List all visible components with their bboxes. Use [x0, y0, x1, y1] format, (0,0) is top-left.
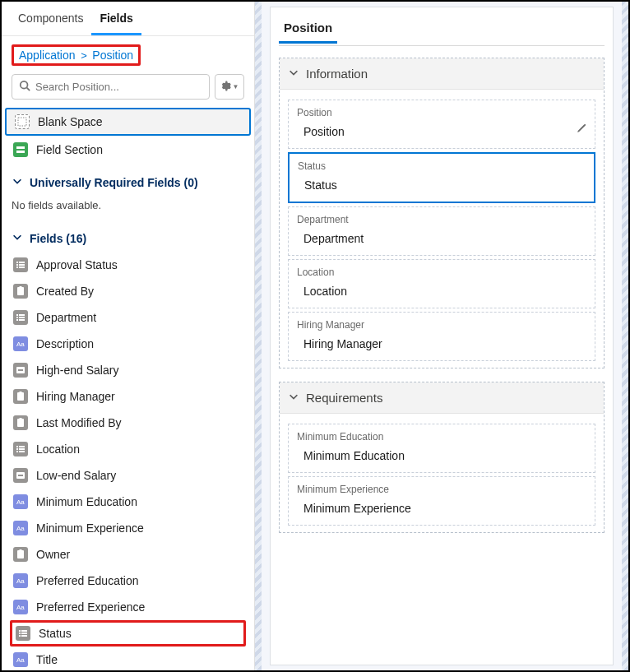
field-item-hiring-manager[interactable]: Hiring Manager	[2, 383, 254, 410]
section-fields[interactable]: Fields (16)	[2, 220, 254, 252]
svg-text:Aa: Aa	[16, 525, 25, 532]
chevron-down-icon: ▼	[233, 83, 239, 90]
settings-button[interactable]: ▼	[215, 74, 244, 100]
field-item-location[interactable]: Location	[2, 436, 254, 462]
search-input[interactable]	[35, 81, 202, 93]
svg-rect-17	[16, 319, 18, 321]
field-item-label: Created By	[36, 285, 94, 298]
svg-rect-43	[21, 633, 27, 634]
svg-rect-25	[20, 418, 22, 419]
field-label: Location	[297, 266, 586, 278]
palette-blank-space[interactable]: Blank Space	[5, 108, 251, 136]
svg-rect-33	[18, 475, 23, 476]
svg-rect-30	[16, 451, 18, 452]
object-tab[interactable]: Position	[279, 12, 337, 44]
field-item-preferred-experience[interactable]: AaPreferred Experience	[2, 594, 254, 620]
currency-field-icon	[13, 468, 28, 483]
field-item-label: Title	[36, 653, 58, 666]
field-value: Status	[298, 178, 586, 192]
layout-canvas[interactable]: Position InformationPositionPositionStat…	[270, 7, 614, 665]
chevron-down-icon	[12, 231, 23, 245]
svg-point-0	[21, 81, 28, 89]
pencil-icon[interactable]	[576, 123, 586, 137]
breadcrumb-highlight: Application > Position	[12, 44, 141, 66]
tab-fields[interactable]: Fields	[91, 2, 141, 35]
svg-rect-12	[20, 286, 22, 288]
field-item-label: Minimum Education	[36, 495, 137, 508]
svg-rect-11	[17, 287, 24, 295]
field-item-owner[interactable]: Owner	[2, 541, 254, 568]
field-cell-position[interactable]: PositionPosition	[288, 100, 595, 149]
svg-text:Aa: Aa	[16, 341, 25, 348]
field-item-last-modified-by[interactable]: Last Modified By	[2, 410, 254, 436]
layout-section-information[interactable]: InformationPositionPositionStatusStatusD…	[279, 58, 605, 368]
field-cell-department[interactable]: DepartmentDepartment	[288, 206, 595, 256]
field-item-label: High-end Salary	[36, 364, 118, 377]
svg-rect-24	[17, 419, 24, 427]
section-header[interactable]: Requirements	[280, 382, 604, 414]
field-item-minimum-experience[interactable]: AaMinimum Experience	[2, 515, 254, 541]
tab-components[interactable]: Components	[10, 2, 91, 35]
field-value: Hiring Manager	[297, 337, 586, 350]
svg-rect-27	[19, 446, 25, 447]
user-field-icon	[13, 547, 28, 562]
svg-rect-22	[17, 392, 24, 401]
field-cell-minimum-experience[interactable]: Minimum ExperienceMinimum Experience	[288, 476, 595, 526]
field-item-label: Status	[39, 627, 72, 640]
breadcrumb-position[interactable]: Position	[92, 49, 133, 62]
field-section-icon	[13, 142, 28, 157]
text-field-icon: Aa	[13, 521, 28, 535]
field-cell-hiring-manager[interactable]: Hiring ManagerHiring Manager	[288, 312, 595, 361]
field-label: Department	[297, 214, 586, 225]
svg-rect-3	[16, 146, 25, 149]
svg-rect-37	[20, 549, 22, 551]
svg-rect-14	[19, 314, 25, 316]
field-item-preferred-education[interactable]: AaPreferred Education	[2, 568, 254, 594]
svg-text:Aa: Aa	[16, 498, 25, 506]
search-box[interactable]	[12, 74, 210, 100]
search-icon	[19, 80, 30, 94]
field-item-label: Location	[36, 443, 80, 456]
svg-rect-15	[16, 317, 18, 318]
field-item-label: Hiring Manager	[36, 390, 115, 403]
field-item-label: Department	[36, 311, 96, 324]
field-item-label: Last Modified By	[36, 416, 122, 429]
svg-rect-13	[16, 314, 18, 316]
svg-text:Aa: Aa	[16, 656, 25, 664]
section-header[interactable]: Information	[280, 58, 604, 90]
user-field-icon	[13, 389, 28, 404]
svg-rect-29	[19, 448, 25, 450]
svg-rect-42	[19, 633, 21, 634]
picklist-field-icon	[13, 257, 28, 272]
field-item-high-end-salary[interactable]: High-end Salary	[2, 357, 254, 383]
section-title: Requirements	[306, 391, 382, 405]
field-item-description[interactable]: AaDescription	[2, 331, 254, 357]
palette-field-section[interactable]: Field Section	[2, 136, 254, 164]
field-item-created-by[interactable]: Created By	[2, 278, 254, 304]
chevron-down-icon	[288, 391, 299, 405]
section-required-fields[interactable]: Universally Required Fields (0)	[2, 164, 254, 196]
palette-label: Field Section	[36, 143, 103, 156]
field-item-title[interactable]: AaTitle	[2, 647, 254, 670]
field-item-approval-status[interactable]: Approval Status	[2, 252, 254, 278]
svg-rect-9	[16, 266, 18, 268]
field-item-label: Approval Status	[36, 258, 118, 271]
field-item-low-end-salary[interactable]: Low-end Salary	[2, 462, 254, 489]
text-field-icon: Aa	[13, 600, 28, 614]
svg-text:Aa: Aa	[16, 604, 25, 611]
field-value: Department	[297, 232, 586, 245]
svg-rect-18	[19, 319, 25, 321]
field-cell-location[interactable]: LocationLocation	[288, 259, 595, 308]
svg-rect-31	[19, 451, 25, 452]
field-item-minimum-education[interactable]: AaMinimum Education	[2, 489, 254, 515]
field-item-status[interactable]: Status	[10, 620, 246, 647]
svg-rect-10	[19, 266, 25, 268]
field-label: Status	[298, 160, 586, 172]
field-cell-status[interactable]: StatusStatus	[288, 152, 595, 203]
breadcrumb-application[interactable]: Application	[19, 49, 76, 62]
field-item-label: Preferred Experience	[36, 600, 145, 614]
field-cell-minimum-education[interactable]: Minimum EducationMinimum Education	[288, 424, 595, 473]
svg-rect-16	[19, 317, 25, 318]
field-item-department[interactable]: Department	[2, 304, 254, 331]
layout-section-requirements[interactable]: RequirementsMinimum EducationMinimum Edu…	[279, 382, 605, 533]
